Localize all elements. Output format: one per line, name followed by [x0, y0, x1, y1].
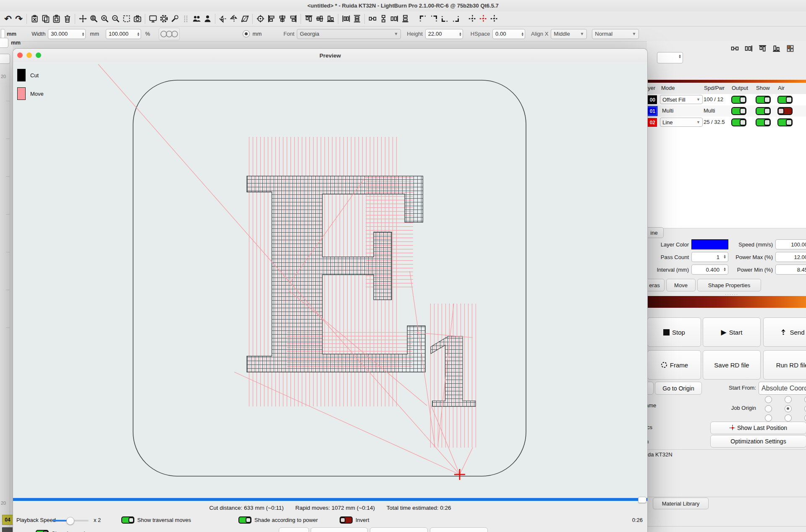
preview-canvas[interactable]: E 1 Cut Move — [13, 62, 647, 498]
move-h-icon[interactable] — [389, 13, 400, 24]
layer-chip-04[interactable]: 04 — [2, 515, 13, 525]
layer-row-01[interactable]: 01 Multi Multi — [647, 105, 806, 117]
screen-capture-icon[interactable] — [147, 13, 158, 24]
show-toggle[interactable] — [756, 118, 771, 126]
dialog-titlebar[interactable]: Preview — [13, 49, 647, 63]
job-origin-radio[interactable] — [765, 405, 772, 412]
laser-position-current-icon[interactable] — [478, 13, 489, 24]
maximize-icon[interactable] — [36, 52, 41, 58]
space-evenly-v-icon[interactable] — [378, 13, 389, 24]
play-button[interactable]: Play — [370, 527, 428, 532]
camera-icon[interactable] — [132, 13, 143, 24]
job-origin-radio-selected[interactable] — [785, 405, 792, 412]
layer-row-00[interactable]: 00 Offset Fill▼ 100 / 12 — [647, 94, 806, 105]
show-traversal-toggle[interactable] — [121, 516, 134, 524]
invert-toggle[interactable] — [340, 516, 353, 524]
job-origin-radio[interactable] — [804, 414, 806, 422]
layer-color-swatch-large[interactable] — [691, 239, 728, 249]
pan-icon[interactable] — [77, 13, 88, 24]
material-library-tab[interactable]: Material Library — [653, 498, 709, 509]
shade-power-toggle[interactable] — [238, 516, 251, 524]
dock-align-2-icon[interactable] — [743, 43, 754, 54]
mode-select[interactable]: Offset Fill▼ — [660, 95, 703, 104]
align-bottom-icon[interactable] — [325, 13, 336, 24]
save-image-button[interactable]: Save Image — [311, 527, 368, 532]
laser-position-icon[interactable] — [467, 13, 478, 24]
slider-knob[interactable] — [66, 517, 74, 525]
corner-bottom-left-icon[interactable] — [439, 13, 450, 24]
job-origin-radio[interactable] — [765, 396, 772, 403]
start-button[interactable]: ▶ Start — [703, 317, 761, 347]
job-origin-radio[interactable] — [804, 396, 806, 403]
undo-icon[interactable]: ↶ — [3, 13, 13, 24]
width-input[interactable]: 30.000▲▼ — [48, 29, 86, 39]
align-center-h-icon[interactable] — [277, 13, 288, 24]
corner-bottom-right-icon[interactable] — [450, 13, 461, 24]
mode-select[interactable]: Line▼ — [660, 118, 703, 127]
group-users-icon[interactable] — [191, 13, 202, 24]
align-top-icon[interactable] — [303, 13, 314, 24]
stepper-icon[interactable]: ▲▼ — [723, 267, 726, 271]
shear-icon[interactable] — [239, 13, 250, 24]
speed-input[interactable]: 100.00 — [775, 239, 806, 249]
zoom-in-icon[interactable] — [99, 13, 110, 24]
show-toggle[interactable] — [756, 96, 771, 104]
start-here-button[interactable]: Start here — [279, 527, 309, 532]
clipped-spinbox[interactable] — [1, 29, 5, 39]
distribute-h-icon[interactable] — [340, 13, 351, 24]
settings-gear-icon[interactable] — [158, 13, 169, 24]
show-last-position-button[interactable]: Show Last Position — [710, 422, 806, 434]
playback-progress-bar[interactable] — [13, 498, 647, 501]
job-origin-radio[interactable] — [785, 396, 792, 403]
copy-icon[interactable] — [40, 13, 51, 24]
tab-move[interactable]: Move — [666, 279, 696, 291]
tab-shape-properties[interactable]: Shape Properties — [697, 279, 761, 291]
job-origin-radio[interactable] — [765, 414, 772, 422]
set-origin-icon[interactable] — [255, 13, 266, 24]
clipped-spinbox[interactable]: ▲▼ — [657, 52, 683, 63]
playback-speed-slider[interactable] — [52, 520, 89, 522]
send-button[interactable]: Send — [763, 317, 806, 347]
cut-icon[interactable] — [29, 13, 40, 24]
interval-input[interactable]: 0.400▲▼ — [691, 265, 728, 275]
show-legend-toggle[interactable] — [36, 530, 49, 532]
stepper-icon[interactable]: ▲▼ — [678, 54, 681, 58]
optimization-settings-button[interactable]: Optimization Settings — [710, 435, 806, 448]
dock-align-1-icon[interactable] — [729, 43, 740, 54]
dock-align-3-icon[interactable] — [757, 43, 768, 54]
layer-list-empty-area[interactable] — [647, 128, 806, 228]
stepper-icon[interactable]: ▲▼ — [723, 254, 726, 259]
scale-input[interactable]: 100.000▲▼ — [106, 29, 141, 39]
clipped-spinbox[interactable] — [0, 38, 8, 48]
move-v-icon[interactable] — [400, 13, 411, 24]
stepper-icon[interactable]: ▲▼ — [79, 32, 84, 36]
flip-vertical-icon[interactable] — [217, 13, 228, 24]
clipped-spinbox[interactable] — [0, 54, 10, 64]
hspace-input[interactable]: 0.00▲▼ — [492, 29, 525, 39]
stepper-icon[interactable]: ▲▼ — [519, 32, 524, 36]
align-middle-icon[interactable] — [314, 13, 325, 24]
close-icon[interactable] — [17, 52, 23, 58]
minimize-icon[interactable] — [26, 52, 32, 58]
corner-top-left-icon[interactable] — [417, 13, 428, 24]
space-evenly-h-icon[interactable] — [367, 13, 378, 24]
start-from-select[interactable]: Absolute Coords — [759, 382, 806, 395]
zoom-out-icon[interactable] — [110, 13, 121, 24]
flip-horizontal-icon[interactable] — [228, 13, 239, 24]
laser-position-alt-icon[interactable] — [489, 13, 500, 24]
air-toggle[interactable] — [777, 107, 793, 115]
font-select[interactable]: Georgia▼ — [297, 29, 401, 39]
air-toggle[interactable] — [777, 118, 793, 126]
playback-progress-handle[interactable] — [638, 497, 646, 503]
zoom-to-page-icon[interactable] — [88, 13, 99, 24]
user-icon[interactable] — [202, 13, 213, 24]
output-toggle[interactable] — [731, 96, 746, 104]
tools-wrench-icon[interactable] — [169, 13, 180, 24]
run-rd-file-button[interactable]: Run RD file — [763, 350, 806, 380]
dock-align-4-icon[interactable] — [771, 43, 782, 54]
layer-chip-next[interactable] — [2, 527, 13, 532]
show-toggle[interactable] — [756, 107, 771, 115]
power-min-input[interactable]: 8.45 — [775, 265, 806, 275]
redo-icon[interactable]: ↷ — [13, 13, 24, 24]
ok-button[interactable]: Ok — [430, 527, 488, 532]
